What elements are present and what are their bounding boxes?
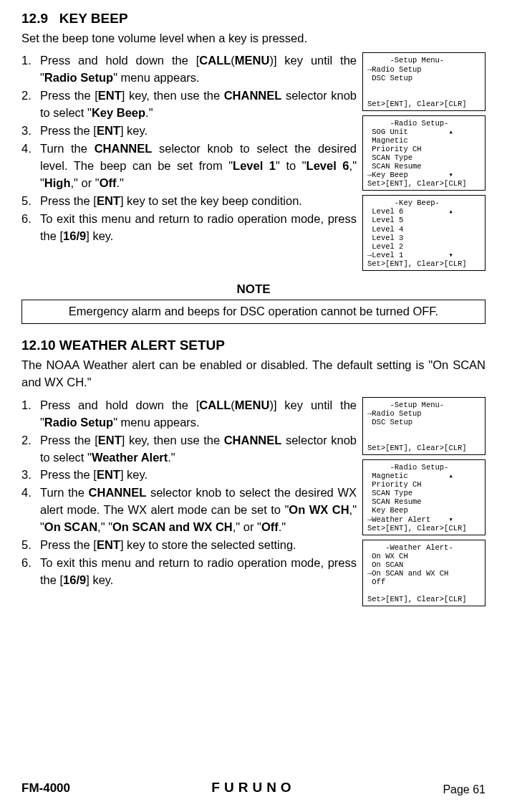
lcd-screen: -Key Beep- Level 6 ▴ Level 5 Level 4 Lev…: [362, 195, 486, 271]
step-text: Press the [ENT] key, then use the CHANNE…: [40, 432, 357, 467]
brand-logo: FURUNO: [21, 778, 486, 798]
step-number: 6.: [21, 555, 40, 589]
list-item: 1.Press and hold down the [CALL(MENU)] k…: [21, 397, 357, 431]
step-text: Press and hold down the [CALL(MENU)] key…: [40, 52, 357, 87]
list-item: 1.Press and hold down the [CALL(MENU)] k…: [21, 52, 357, 87]
section-key-beep: 12.9 KEY BEEP Set the beep tone volume l…: [21, 9, 486, 271]
list-item: 3.Press the [ENT] key.: [21, 467, 357, 484]
step-text: Press the [ENT] key to store the selecte…: [40, 537, 357, 554]
step-text: Press the [ENT] key.: [40, 123, 357, 140]
note-title: NOTE: [21, 281, 486, 299]
step-number: 4.: [21, 140, 40, 192]
list-item: 5.Press the [ENT] key to set the key bee…: [21, 193, 357, 210]
list-item: 4.Turn the CHANNEL selector knob to sele…: [21, 484, 357, 536]
content-row: 1.Press and hold down the [CALL(MENU)] k…: [21, 397, 486, 606]
section-number: 12.10: [21, 338, 56, 353]
list-item: 6.To exit this menu and return to radio …: [21, 211, 357, 245]
section-name: WEATHER ALERT SETUP: [59, 338, 225, 353]
step-text: Turn the CHANNEL selector knob to select…: [40, 484, 357, 536]
step-number: 1.: [21, 52, 40, 87]
steps-list: 1.Press and hold down the [CALL(MENU)] k…: [21, 397, 357, 606]
content-row: 1.Press and hold down the [CALL(MENU)] k…: [21, 52, 486, 270]
lcd-screen: -Weather Alert- On WX CH On SCAN →On SCA…: [362, 540, 486, 606]
step-number: 1.: [21, 397, 40, 431]
step-text: To exit this menu and return to radio op…: [40, 211, 357, 245]
step-number: 6.: [21, 211, 40, 245]
section-name: KEY BEEP: [59, 11, 128, 26]
screens-column: -Setup Menu- →Radio Setup DSC Setup Set>…: [362, 397, 486, 606]
section-number: 12.9: [21, 11, 48, 26]
step-number: 2.: [21, 432, 40, 467]
lcd-screen: -Radio Setup- Magnetic ▴ Priority CH SCA…: [362, 459, 486, 535]
step-number: 5.: [21, 537, 40, 554]
section-title: 12.10 WEATHER ALERT SETUP: [21, 335, 486, 355]
list-item: 3.Press the [ENT] key.: [21, 123, 357, 140]
lcd-screen: -Radio Setup- SOG Unit ▴ Magnetic Priori…: [362, 115, 486, 191]
lcd-screen: -Setup Menu- →Radio Setup DSC Setup Set>…: [362, 397, 486, 455]
section-title: 12.9 KEY BEEP: [21, 9, 486, 29]
list-item: 6.To exit this menu and return to radio …: [21, 555, 357, 589]
step-number: 4.: [21, 484, 40, 536]
list-item: 5.Press the [ENT] key to store the selec…: [21, 537, 357, 554]
section-weather-alert: 12.10 WEATHER ALERT SETUP The NOAA Weath…: [21, 335, 486, 606]
step-number: 2.: [21, 87, 40, 122]
step-number: 5.: [21, 193, 40, 210]
list-item: 2.Press the [ENT] key, then use the CHAN…: [21, 432, 357, 467]
section-intro: Set the beep tone volume level when a ke…: [21, 30, 486, 47]
step-number: 3.: [21, 467, 40, 484]
screens-column: -Setup Menu- →Radio Setup DSC Setup Set>…: [362, 52, 486, 270]
steps-list: 1.Press and hold down the [CALL(MENU)] k…: [21, 52, 357, 270]
step-text: Press and hold down the [CALL(MENU)] key…: [40, 397, 357, 431]
note-box: Emergency alarm and beeps for DSC operat…: [21, 300, 486, 324]
lcd-screen: -Setup Menu- →Radio Setup DSC Setup Set>…: [362, 52, 486, 110]
step-text: Press the [ENT] key to set the key beep …: [40, 193, 357, 210]
page-footer: FM-4000 FURUNO Page 61: [21, 780, 486, 798]
step-number: 3.: [21, 123, 40, 140]
step-text: Press the [ENT] key, then use the CHANNE…: [40, 87, 357, 122]
step-text: Press the [ENT] key.: [40, 467, 357, 484]
section-intro: The NOAA Weather alert can be enabled or…: [21, 357, 486, 391]
step-text: Turn the CHANNEL selector knob to select…: [40, 140, 357, 192]
step-text: To exit this menu and return to radio op…: [40, 555, 357, 589]
list-item: 4.Turn the CHANNEL selector knob to sele…: [21, 140, 357, 192]
list-item: 2.Press the [ENT] key, then use the CHAN…: [21, 87, 357, 122]
